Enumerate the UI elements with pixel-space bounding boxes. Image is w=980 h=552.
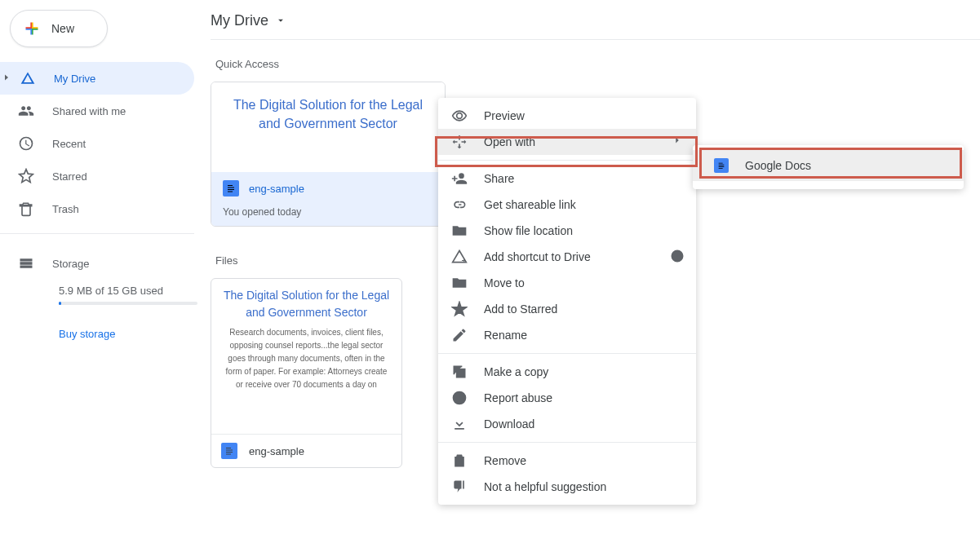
help-icon[interactable] (670, 249, 685, 267)
docs-icon (223, 180, 239, 197)
docs-icon (221, 443, 237, 459)
eye-icon (451, 108, 468, 124)
context-menu: Preview Open with Share Get shareable li… (438, 98, 696, 505)
storage-used-text: 5.9 MB of 15 GB used (59, 285, 194, 297)
clock-icon (18, 135, 34, 152)
sidebar-item-shared[interactable]: Shared with me (0, 95, 194, 127)
download-icon (451, 416, 468, 432)
ctx-shortcut[interactable]: + Add shortcut to Drive (438, 244, 696, 270)
sidebar-item-label: My Drive (54, 73, 95, 85)
people-icon (18, 103, 34, 119)
ctx-not-helpful[interactable]: Not a helpful suggestion (438, 474, 696, 500)
divider (0, 233, 194, 234)
trash-icon (451, 453, 468, 469)
sidebar-item-label: Trash (52, 203, 79, 215)
sidebar-item-recent[interactable]: Recent (0, 127, 194, 160)
sidebar-item-my-drive[interactable]: My Drive (0, 62, 194, 95)
file-preview: The Digital Solution for the Legal and G… (211, 279, 401, 434)
folder-icon (451, 223, 468, 239)
sidebar-item-label: Recent (52, 138, 86, 150)
quick-access-title: Quick Access (215, 58, 980, 70)
sidebar-item-storage[interactable]: Storage (18, 250, 194, 276)
ctx-share[interactable]: Share (438, 166, 696, 192)
file-subtitle: You opened today (223, 206, 433, 218)
plus-icon (24, 20, 40, 37)
sidebar: New My Drive Shared with me Recent Starr… (0, 0, 194, 552)
sidebar-item-label: Shared with me (52, 105, 126, 117)
sidebar-item-starred[interactable]: Starred (0, 160, 194, 192)
move-icon (451, 275, 468, 291)
card-footer: eng-sample (211, 434, 401, 467)
copy-icon (451, 364, 468, 380)
divider (211, 39, 980, 40)
ctx-copy[interactable]: Make a copy (438, 359, 696, 385)
ctx-remove[interactable]: Remove (438, 448, 696, 474)
ctx-preview[interactable]: Preview (438, 103, 696, 129)
warning-icon (451, 390, 468, 406)
storage-section: Storage 5.9 MB of 15 GB used Buy storage (0, 242, 194, 340)
chevron-right-icon (672, 135, 683, 149)
buy-storage-link[interactable]: Buy storage (59, 328, 194, 340)
drive-shortcut-icon: + (451, 249, 468, 265)
storage-icon (18, 255, 34, 272)
trash-icon (18, 201, 34, 217)
file-name: eng-sample (249, 183, 304, 195)
star-icon (18, 168, 34, 184)
divider (438, 353, 696, 354)
ctx-rename[interactable]: Rename (438, 322, 696, 348)
open-with-submenu: Google Docs (693, 145, 964, 189)
thumb-down-icon (451, 479, 468, 495)
new-button[interactable]: New (10, 10, 108, 47)
card-footer: eng-sample You opened today (211, 172, 445, 226)
ctx-link[interactable]: Get shareable link (438, 192, 696, 218)
dropdown-icon (275, 15, 286, 26)
sidebar-item-trash[interactable]: Trash (0, 192, 194, 225)
file-preview: The Digital Solution for the Legal and G… (211, 82, 445, 172)
file-name: eng-sample (249, 445, 304, 457)
quick-access-card[interactable]: The Digital Solution for the Legal and G… (211, 82, 446, 227)
divider (438, 442, 696, 443)
storage-progress (59, 302, 197, 305)
ctx-open-with[interactable]: Open with (438, 129, 696, 155)
new-button-label: New (51, 22, 74, 35)
submenu-google-docs[interactable]: Google Docs (693, 150, 964, 181)
person-add-icon (451, 170, 468, 187)
storage-label: Storage (52, 258, 90, 270)
sidebar-item-label: Starred (52, 170, 87, 183)
ctx-abuse[interactable]: Report abuse (438, 385, 696, 411)
google-docs-icon (714, 158, 729, 173)
breadcrumb[interactable]: My Drive (211, 0, 980, 36)
pencil-icon (451, 327, 468, 343)
ctx-download[interactable]: Download (438, 411, 696, 437)
ctx-star[interactable]: Add to Starred (438, 296, 696, 322)
drive-icon (20, 70, 36, 86)
chevron-right-icon (2, 71, 11, 86)
star-icon (451, 301, 468, 317)
file-card[interactable]: The Digital Solution for the Legal and G… (211, 278, 402, 468)
link-icon (451, 197, 468, 213)
ctx-location[interactable]: Show file location (438, 218, 696, 244)
svg-text:+: + (462, 256, 467, 265)
divider (438, 160, 696, 161)
ctx-move[interactable]: Move to (438, 270, 696, 296)
open-with-icon (451, 134, 468, 150)
breadcrumb-title: My Drive (211, 12, 268, 29)
